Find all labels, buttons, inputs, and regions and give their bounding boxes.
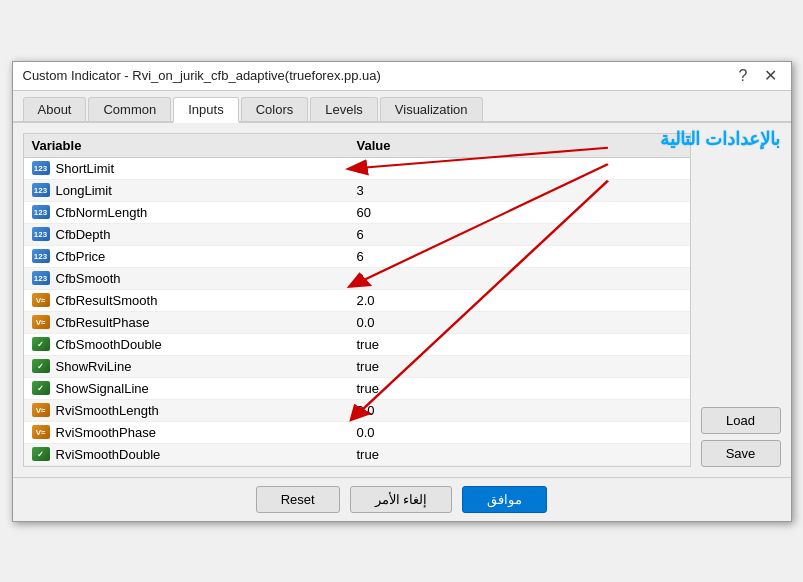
- type-icon: 123: [32, 271, 50, 285]
- variable-value: 6: [357, 249, 682, 264]
- type-icon: ✓: [32, 381, 50, 395]
- variable-name: RviSmoothLength: [56, 403, 159, 418]
- table-row[interactable]: ✓ ShowRviLine true: [24, 356, 690, 378]
- type-icon: 123: [32, 161, 50, 175]
- variable-value: 5: [357, 161, 682, 176]
- variable-name: CfbDepth: [56, 227, 111, 242]
- dialog: Custom Indicator - Rvi_on_jurik_cfb_adap…: [12, 61, 792, 522]
- row-variable: ✓ RviSmoothDouble: [32, 447, 357, 462]
- variable-value: true: [357, 447, 682, 462]
- variable-value: true: [357, 337, 682, 352]
- variable-name: RviSmoothPhase: [56, 425, 156, 440]
- row-variable: V≈ RviSmoothPhase: [32, 425, 357, 440]
- variable-name: LongLimit: [56, 183, 112, 198]
- tab-visualization[interactable]: Visualization: [380, 97, 483, 121]
- type-icon: V≈: [32, 425, 50, 439]
- row-variable: V≈ RviSmoothLength: [32, 403, 357, 418]
- tab-levels[interactable]: Levels: [310, 97, 378, 121]
- row-variable: 123 CfbPrice: [32, 249, 357, 264]
- table-row[interactable]: V≈ CfbResultPhase 0.0: [24, 312, 690, 334]
- tab-colors[interactable]: Colors: [241, 97, 309, 121]
- row-variable: V≈ CfbResultSmooth: [32, 293, 357, 308]
- row-variable: ✓ ShowSignalLine: [32, 381, 357, 396]
- variable-value: 0.0: [357, 425, 682, 440]
- column-value: Value: [357, 138, 682, 153]
- close-button[interactable]: ✕: [760, 68, 781, 84]
- variable-name: ShowRviLine: [56, 359, 132, 374]
- variable-value: 2.0: [357, 293, 682, 308]
- table-header: Variable Value: [24, 134, 690, 158]
- table-row[interactable]: 123 CfbPrice 6: [24, 246, 690, 268]
- variable-name: CfbSmoothDouble: [56, 337, 162, 352]
- type-icon: ✓: [32, 359, 50, 373]
- type-icon: 123: [32, 249, 50, 263]
- variable-value: 60: [357, 205, 682, 220]
- table-row[interactable]: V≈ CfbResultSmooth 2.0: [24, 290, 690, 312]
- type-icon: 123: [32, 205, 50, 219]
- table-row[interactable]: 123 CfbSmooth 8: [24, 268, 690, 290]
- table-row[interactable]: 123 CfbNormLength 60: [24, 202, 690, 224]
- row-variable: 123 CfbSmooth: [32, 271, 357, 286]
- table-row[interactable]: 123 LongLimit 3: [24, 180, 690, 202]
- save-button[interactable]: Save: [701, 440, 781, 467]
- table-row[interactable]: ✓ ShowSignalLine true: [24, 378, 690, 400]
- type-icon: V≈: [32, 403, 50, 417]
- row-variable: ✓ ShowRviLine: [32, 359, 357, 374]
- load-button[interactable]: Load: [701, 407, 781, 434]
- help-button[interactable]: ?: [735, 68, 752, 84]
- row-variable: 123 LongLimit: [32, 183, 357, 198]
- variable-name: ShortLimit: [56, 161, 115, 176]
- tabs-bar: AboutCommonInputsColorsLevelsVisualizati…: [13, 91, 791, 123]
- type-icon: 123: [32, 227, 50, 241]
- type-icon: 123: [32, 183, 50, 197]
- table-row[interactable]: V≈ RviSmoothPhase 0.0: [24, 422, 690, 444]
- title-bar-controls: ? ✕: [735, 68, 781, 84]
- type-icon: V≈: [32, 293, 50, 307]
- variable-name: ShowSignalLine: [56, 381, 149, 396]
- table-row[interactable]: V≈ RviSmoothLength 2.0: [24, 400, 690, 422]
- variables-table: Variable Value 123 ShortLimit 5 123 Long…: [23, 133, 691, 467]
- variable-value: 0.0: [357, 315, 682, 330]
- cancel-button[interactable]: إلغاء الأمر: [350, 486, 453, 513]
- variable-value: 6: [357, 227, 682, 242]
- column-variable: Variable: [32, 138, 357, 153]
- table-row[interactable]: ✓ RviSmoothDouble true: [24, 444, 690, 466]
- tab-about[interactable]: About: [23, 97, 87, 121]
- footer: Reset إلغاء الأمر موافق: [13, 477, 791, 521]
- variable-value: 3: [357, 183, 682, 198]
- row-variable: 123 ShortLimit: [32, 161, 357, 176]
- ok-button[interactable]: موافق: [462, 486, 547, 513]
- type-icon: V≈: [32, 315, 50, 329]
- variable-value: true: [357, 359, 682, 374]
- row-variable: 123 CfbDepth: [32, 227, 357, 242]
- variable-name: CfbResultSmooth: [56, 293, 158, 308]
- row-variable: V≈ CfbResultPhase: [32, 315, 357, 330]
- content-area: بالإعدادات التالية Variable Value 123 Sh…: [13, 123, 791, 477]
- dialog-title: Custom Indicator - Rvi_on_jurik_cfb_adap…: [23, 68, 381, 83]
- title-bar: Custom Indicator - Rvi_on_jurik_cfb_adap…: [13, 62, 791, 91]
- table-row[interactable]: ✓ CfbSmoothDouble true: [24, 334, 690, 356]
- tab-common[interactable]: Common: [88, 97, 171, 121]
- variable-value: 8: [357, 271, 682, 286]
- variable-name: CfbSmooth: [56, 271, 121, 286]
- type-icon: ✓: [32, 337, 50, 351]
- table-body: 123 ShortLimit 5 123 LongLimit 3 123 Cfb…: [24, 158, 690, 466]
- table-row[interactable]: 123 ShortLimit 5: [24, 158, 690, 180]
- type-icon: ✓: [32, 447, 50, 461]
- variable-name: CfbNormLength: [56, 205, 148, 220]
- variable-value: true: [357, 381, 682, 396]
- reset-button[interactable]: Reset: [256, 486, 340, 513]
- tab-inputs[interactable]: Inputs: [173, 97, 238, 123]
- row-variable: ✓ CfbSmoothDouble: [32, 337, 357, 352]
- table-row[interactable]: 123 CfbDepth 6: [24, 224, 690, 246]
- row-variable: 123 CfbNormLength: [32, 205, 357, 220]
- right-panel: Load Save: [701, 133, 781, 467]
- variable-name: CfbPrice: [56, 249, 106, 264]
- variable-name: CfbResultPhase: [56, 315, 150, 330]
- variable-value: 2.0: [357, 403, 682, 418]
- variable-name: RviSmoothDouble: [56, 447, 161, 462]
